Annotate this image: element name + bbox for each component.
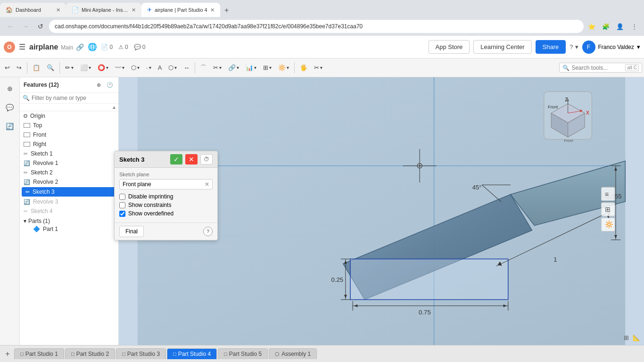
sidebar-icon-add[interactable]: ⊕ bbox=[2, 81, 17, 96]
sidebar-icon-history[interactable]: 🔄 bbox=[2, 119, 17, 134]
bookmark-icon[interactable]: ⭐ bbox=[586, 20, 598, 33]
measure-icon[interactable]: 📐 bbox=[633, 334, 640, 341]
add-feature-icon[interactable]: ⊕ bbox=[94, 80, 103, 90]
revolve-icon-1: 🔄 bbox=[24, 160, 30, 166]
sketch-icon-4: ✏ bbox=[24, 208, 28, 214]
tab-part-studio-3[interactable]: □ Part Studio 3 bbox=[116, 348, 166, 359]
tab-dashboard[interactable]: 🏠 Dashboard ✕ bbox=[0, 3, 66, 17]
sketch-dialog-body: Sketch plane Front plane ✕ Disable impri… bbox=[115, 168, 119, 222]
tool-redo[interactable]: ↪ bbox=[14, 62, 25, 73]
feature-item-sketch1[interactable]: ✏ Sketch 1 bbox=[20, 149, 118, 158]
parts-header[interactable]: ▾ Parts (1) bbox=[24, 218, 115, 224]
tab-assembly-1[interactable]: ⬡ Assembly 1 bbox=[269, 348, 317, 359]
address-bar-row: ← → ↺ ⭐ 🧩 👤 ⋮ bbox=[0, 17, 644, 36]
feature-item-revolve1[interactable]: 🔄 Revolve 1 bbox=[20, 158, 118, 168]
tab-icon-ps5: □ bbox=[224, 351, 227, 357]
tab-icon-ps4: □ bbox=[173, 351, 176, 357]
tab-part-studio-1[interactable]: □ Part Studio 1 bbox=[14, 348, 64, 359]
tool-line[interactable]: ✏ ▾ bbox=[62, 62, 76, 73]
tool-mirror[interactable]: 🔗 ▾ bbox=[225, 62, 242, 73]
tab-instructables[interactable]: 📄 Mini Airplane - Instructables ✕ bbox=[66, 3, 141, 17]
onshape-logo: O bbox=[4, 41, 15, 53]
add-tab-button[interactable]: + bbox=[2, 348, 13, 360]
feature-item-top[interactable]: Top bbox=[20, 121, 118, 130]
svg-text:Front: Front bbox=[548, 105, 558, 109]
tab-part-studio-5[interactable]: □ Part Studio 5 bbox=[218, 348, 268, 359]
feature-item-sketch2[interactable]: ✏ Sketch 2 bbox=[20, 168, 118, 177]
logo-icon: O bbox=[4, 41, 15, 53]
tool-undo[interactable]: ↩ bbox=[2, 62, 13, 73]
hamburger-button[interactable]: ☰ bbox=[19, 42, 25, 51]
tool-text[interactable]: A bbox=[155, 62, 165, 73]
search-icon: 🔍 bbox=[562, 65, 570, 71]
feature-item-revolve3[interactable]: 🔄 Revolve 3 bbox=[20, 197, 118, 206]
globe-icon[interactable]: 🌐 bbox=[88, 42, 97, 51]
app-toolbar: O ☰ airplane Main 🔗 🌐 📄 0 ⚠ 0 💬 0 App St… bbox=[0, 36, 644, 58]
tool-trim[interactable]: ✂ ▾ bbox=[210, 62, 224, 73]
tool-pattern[interactable]: ⊞ ▾ bbox=[260, 62, 274, 73]
feature-item-sketch4[interactable]: ✏ Sketch 4 bbox=[20, 206, 118, 216]
tab-part-studio-2[interactable]: □ Part Studio 2 bbox=[65, 348, 115, 359]
tab-close-1[interactable]: ✕ bbox=[56, 7, 60, 13]
tab-close-3[interactable]: ✕ bbox=[210, 7, 215, 13]
tool-context[interactable]: 🔍 bbox=[44, 62, 57, 73]
tool-select[interactable]: 🖐 bbox=[297, 62, 310, 73]
help-area: ? ▾ bbox=[570, 43, 578, 50]
tool-circle[interactable]: ⭕ ▾ bbox=[95, 62, 111, 73]
tab-close-2[interactable]: ✕ bbox=[132, 7, 136, 13]
sketch-dialog-header: Sketch 3 ✓ ✕ ⏱ bbox=[115, 151, 119, 168]
app-subtitle: Main bbox=[61, 44, 73, 51]
forward-button[interactable]: → bbox=[19, 20, 32, 33]
back-button[interactable]: ← bbox=[4, 20, 17, 33]
link-icon[interactable]: 🔗 bbox=[76, 43, 84, 51]
address-input[interactable] bbox=[49, 20, 584, 33]
user-name: Franco Valdez bbox=[598, 44, 634, 50]
sidebar-icon-comment[interactable]: 💬 bbox=[2, 100, 17, 115]
reload-button[interactable]: ↺ bbox=[34, 20, 47, 33]
filter-icon: 🔍 bbox=[23, 95, 30, 101]
separator-2 bbox=[59, 62, 60, 74]
tool-fillet[interactable]: ⌒ bbox=[198, 62, 209, 74]
feature-item-sketch3[interactable]: ✏ Sketch 3 bbox=[22, 187, 116, 197]
history-icon[interactable]: 🕐 bbox=[105, 80, 115, 90]
part-item-1[interactable]: 🔷 Part 1 bbox=[24, 224, 115, 234]
svg-text:≡: ≡ bbox=[605, 190, 609, 198]
feature-item-origin[interactable]: Origin bbox=[20, 111, 118, 121]
tab-label: airplane | Part Studio 4 bbox=[155, 7, 207, 13]
search-input[interactable] bbox=[571, 65, 623, 71]
features-header: Features (12) ⊕ 🕐 bbox=[20, 77, 118, 93]
menu-icon[interactable]: ⋮ bbox=[628, 20, 640, 33]
user-dropdown-icon[interactable]: ▾ bbox=[637, 43, 640, 50]
feature-label-sketch1: Sketch 1 bbox=[31, 150, 53, 157]
feature-item-right[interactable]: Right bbox=[20, 140, 118, 149]
tool-rect[interactable]: ⬜ ▾ bbox=[77, 62, 94, 73]
tab-part-studio-4[interactable]: □ Part Studio 4 bbox=[167, 348, 217, 359]
zoom-icon[interactable]: ⊞ bbox=[624, 334, 629, 341]
user-area[interactable]: F Franco Valdez ▾ bbox=[582, 41, 640, 54]
tool-offset[interactable]: ⬡ ▾ bbox=[128, 62, 142, 73]
tool-point[interactable]: · ▾ bbox=[143, 62, 154, 73]
help-button[interactable]: ? bbox=[570, 43, 573, 50]
browser-chrome: 🏠 Dashboard ✕ 📄 Mini Airplane - Instruct… bbox=[0, 0, 644, 36]
tab-label-ps2: Part Studio 2 bbox=[76, 351, 109, 357]
scroll-up-btn[interactable]: ▲ bbox=[110, 104, 118, 111]
tab-partstudio[interactable]: ✈ airplane | Part Studio 4 ✕ bbox=[141, 3, 220, 17]
new-tab-button[interactable]: + bbox=[220, 4, 233, 17]
profile-icon[interactable]: 👤 bbox=[614, 20, 626, 33]
feature-item-revolve2[interactable]: 🔄 Revolve 2 bbox=[20, 177, 118, 187]
tool-measure[interactable]: ✂ ▾ bbox=[311, 62, 325, 73]
tool-dims[interactable]: ↔ bbox=[181, 62, 192, 73]
share-button[interactable]: Share bbox=[536, 40, 566, 54]
app-store-button[interactable]: App Store bbox=[429, 40, 470, 54]
filter-input[interactable] bbox=[32, 95, 116, 101]
tool-transform[interactable]: 📊 ▾ bbox=[243, 62, 259, 73]
dropdown-icon[interactable]: ▾ bbox=[575, 43, 578, 50]
parts-section: ▾ Parts (1) 🔷 Part 1 bbox=[20, 216, 118, 236]
feature-item-front[interactable]: Front bbox=[20, 130, 118, 140]
tool-clipboard[interactable]: 📋 bbox=[30, 62, 43, 73]
extensions-icon[interactable]: 🧩 bbox=[600, 20, 612, 33]
learning-center-button[interactable]: Learning Center bbox=[473, 40, 531, 54]
tool-spline[interactable]: 〰 ▾ bbox=[112, 62, 127, 73]
tool-3d[interactable]: ⬡ ▾ bbox=[165, 62, 180, 73]
tool-render[interactable]: 🔆 ▾ bbox=[275, 62, 292, 73]
